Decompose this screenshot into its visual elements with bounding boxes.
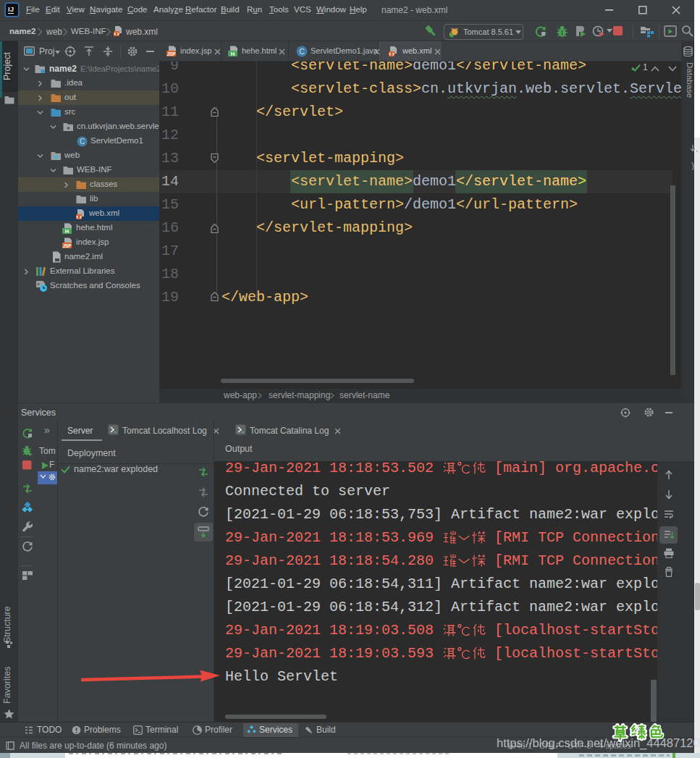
svg-text:H: H <box>65 228 69 235</box>
svg-text:C: C <box>299 47 305 56</box>
svg-text:JSP: JSP <box>166 51 176 56</box>
svg-text:JSP: JSP <box>62 243 72 248</box>
svg-text:C: C <box>80 138 85 146</box>
svg-text:H: H <box>231 51 235 57</box>
